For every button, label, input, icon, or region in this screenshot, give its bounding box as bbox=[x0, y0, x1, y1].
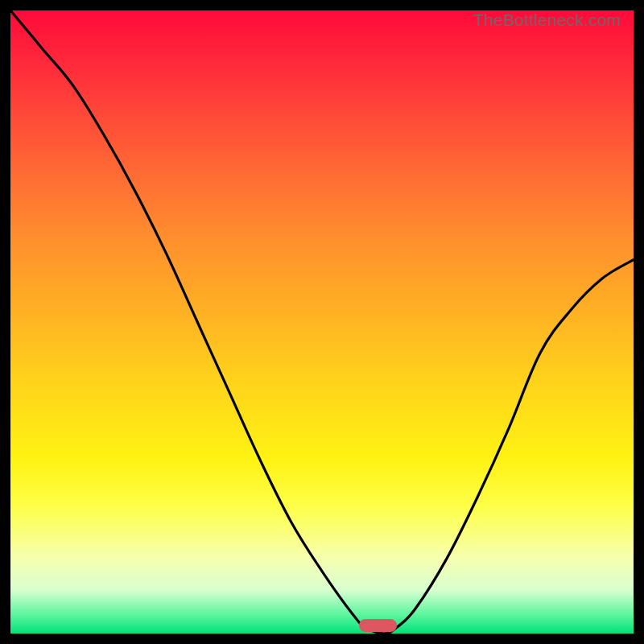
plot-area: TheBottleneck.com bbox=[10, 10, 634, 634]
bottleneck-marker bbox=[359, 619, 396, 632]
curve-path bbox=[10, 10, 634, 634]
bottleneck-curve bbox=[10, 10, 634, 634]
chart-frame: TheBottleneck.com bbox=[0, 0, 644, 644]
